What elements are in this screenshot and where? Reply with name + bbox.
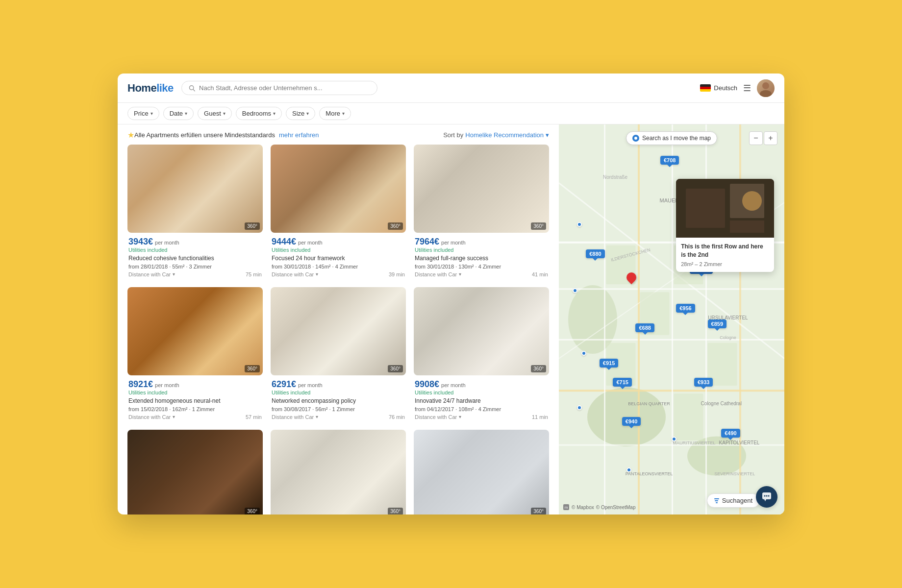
user-avatar[interactable] <box>757 79 775 97</box>
mehr-erfahren-link[interactable]: mehr erfahren <box>279 131 319 139</box>
chat-button[interactable] <box>756 486 777 508</box>
distance-chevron-3: ▾ <box>459 271 461 277</box>
sort-label: Sort by <box>443 131 463 139</box>
language-selector[interactable]: Deutsch <box>700 84 737 92</box>
logo[interactable]: Homelike <box>127 82 174 95</box>
header-right: Deutsch ☰ <box>700 79 775 97</box>
price-marker-m2[interactable]: €880 <box>586 249 604 258</box>
price-marker-m6[interactable]: €859 <box>708 319 727 328</box>
svg-text:BELGIAN QUARTER: BELGIAN QUARTER <box>628 401 670 406</box>
price-marker-m1[interactable]: €708 <box>660 156 679 165</box>
sort-chevron: ▾ <box>546 131 549 139</box>
distance-chevron-5: ▾ <box>316 414 318 419</box>
svg-point-47 <box>766 495 768 497</box>
property-card-6[interactable]: 360° 9908€ per month Utilities included … <box>414 287 549 422</box>
prop-distance-1[interactable]: Distance with Car ▾ 75 min <box>128 271 262 277</box>
property-info-5: 6291€ per month Utilities included Netwo… <box>271 375 406 422</box>
prop-title-6: Innovative 24/7 hardware <box>415 397 548 405</box>
hamburger-menu[interactable]: ☰ <box>743 83 751 94</box>
prop-distance-5[interactable]: Distance with Car ▾ 76 min <box>272 414 405 420</box>
property-image-6: 360° <box>414 287 549 375</box>
degree-badge-7: 360° <box>245 508 260 514</box>
price-chevron: ▾ <box>150 111 153 116</box>
price-line-3: 7964€ per month <box>415 237 548 247</box>
map-dot-0 <box>577 222 582 227</box>
property-card-4[interactable]: 360° 8921€ per month Utilities included … <box>127 287 263 422</box>
sort-value[interactable]: Homelike Recommendation ▾ <box>465 131 549 139</box>
property-card-8[interactable]: 360° 2609€ per month Utilities included … <box>271 430 406 514</box>
prop-details-2: from 30/01/2018 · 145m² · 4 Zimmer <box>272 264 405 270</box>
filter-more[interactable]: More ▾ <box>319 107 351 120</box>
prop-distance-6[interactable]: Distance with Car ▾ 11 min <box>415 414 548 420</box>
prop-distance-4[interactable]: Distance with Car ▾ 57 min <box>128 414 262 420</box>
popup-content: This is the first Row and here is the 2n… <box>676 238 774 272</box>
period-1: per month <box>155 240 179 245</box>
map-dot-4 <box>672 437 676 441</box>
property-info-3: 7964€ per month Utilities included Manag… <box>414 233 549 279</box>
svg-rect-14 <box>638 124 640 514</box>
svg-text:Nordstraße: Nordstraße <box>603 174 627 180</box>
property-card-1[interactable]: 360° 3943€ per month Utilities included … <box>127 145 263 279</box>
property-info-2: 9444€ per month Utilities included Focus… <box>271 233 406 279</box>
map-dot-2 <box>581 351 586 356</box>
price-marker-m11[interactable]: €490 <box>721 429 740 438</box>
svg-text:PANTALEONSVIERTEL: PANTALEONSVIERTEL <box>626 471 673 476</box>
prop-distance-3[interactable]: Distance with Car ▾ 41 min <box>415 271 548 277</box>
svg-point-2 <box>762 82 769 89</box>
avatar-image <box>757 79 775 97</box>
search-input[interactable] <box>199 84 370 92</box>
distance-label-1: Distance with Car <box>128 271 171 277</box>
prop-distance-2[interactable]: Distance with Car ▾ 39 min <box>272 271 405 277</box>
svg-point-46 <box>764 495 766 497</box>
property-card-7[interactable]: 360° 708€ per month Utilities included M… <box>127 430 263 514</box>
search-bar[interactable] <box>181 81 377 95</box>
utilities-5: Utilities included <box>272 390 405 395</box>
price-marker-m5[interactable]: €688 <box>635 323 654 332</box>
property-image-1: 360° <box>127 145 263 233</box>
map-search-toggle-bar[interactable]: Search as I move the map <box>626 131 717 145</box>
suchagent-button[interactable]: Suchagent <box>707 493 760 508</box>
degree-badge-2: 360° <box>388 222 403 230</box>
bedrooms-chevron: ▾ <box>273 111 276 116</box>
svg-text:MAURITIUSVIERTEL: MAURITIUSVIERTEL <box>673 441 716 445</box>
property-card-3[interactable]: 360° 7964€ per month Utilities included … <box>414 145 549 279</box>
price-marker-m7[interactable]: €915 <box>600 359 618 368</box>
svg-text:Cologne Cathedral: Cologne Cathedral <box>701 401 742 406</box>
price-4: 8921€ <box>128 379 153 390</box>
utilities-3: Utilities included <box>415 247 548 253</box>
filter-bar: Price ▾ Date ▾ Guest ▾ Bedrooms ▾ Size ▾… <box>118 103 784 124</box>
price-marker-m10[interactable]: €940 <box>622 417 641 426</box>
distance-label-2: Distance with Car <box>272 271 314 277</box>
property-card-2[interactable]: 360° 9444€ per month Utilities included … <box>271 145 406 279</box>
property-card-9[interactable]: 360° 3206€ per month Utilities included … <box>414 430 549 514</box>
filter-size[interactable]: Size ▾ <box>286 107 315 120</box>
logo-home: Home <box>127 82 156 95</box>
filter-bedrooms[interactable]: Bedrooms ▾ <box>236 107 282 120</box>
prop-details-3: from 30/01/2018 · 130m² · 4 Zimmer <box>415 264 548 270</box>
search-move-toggle[interactable] <box>632 135 639 142</box>
price-3: 7964€ <box>415 237 439 247</box>
property-card-5[interactable]: 360° 6291€ per month Utilities included … <box>271 287 406 422</box>
filter-price[interactable]: Price ▾ <box>127 107 159 120</box>
svg-rect-15 <box>672 124 673 514</box>
price-line-6: 9908€ per month <box>415 379 548 390</box>
zoom-out-button[interactable]: − <box>749 131 763 145</box>
filter-date[interactable]: Date ▾ <box>163 107 194 120</box>
distance-chevron-6: ▾ <box>459 414 461 419</box>
zoom-in-button[interactable]: + <box>764 131 777 145</box>
svg-text:SEVERINSVIERTEL: SEVERINSVIERTEL <box>714 471 755 476</box>
utilities-6: Utilities included <box>415 390 548 395</box>
period-2: per month <box>298 240 323 245</box>
search-move-label: Search as I move the map <box>642 135 711 142</box>
star-icon: ★ <box>127 130 134 140</box>
map-panel: MAUENHEIM Nordstraße ILDERSTÖCKCHEN URSU… <box>559 124 784 514</box>
filter-guest[interactable]: Guest ▾ <box>198 107 232 120</box>
prop-details-5: from 30/08/2017 · 56m² · 1 Zimmer <box>272 406 405 412</box>
svg-line-1 <box>193 89 195 91</box>
price-marker-m8[interactable]: €715 <box>613 378 631 387</box>
price-marker-m9[interactable]: €933 <box>694 378 713 387</box>
price-marker-m4[interactable]: €956 <box>676 304 695 313</box>
popup-image <box>676 179 774 238</box>
map-popup[interactable]: This is the first Row and here is the 2n… <box>676 179 774 272</box>
period-6: per month <box>441 382 466 388</box>
